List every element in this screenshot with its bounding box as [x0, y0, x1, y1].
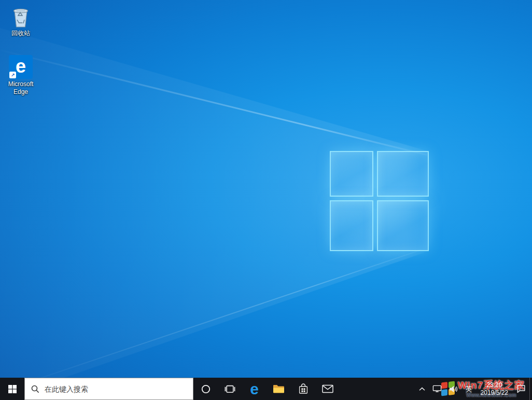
windows-logo-pane — [330, 151, 373, 197]
folder-icon — [273, 384, 285, 394]
taskbar-mail-button[interactable] — [315, 378, 340, 400]
clock-date: 2019/5/22 — [481, 389, 508, 397]
taskbar-task-view-button[interactable] — [218, 378, 242, 400]
taskbar-edge-button[interactable]: e — [242, 378, 267, 400]
task-view-icon — [225, 384, 235, 394]
edge-desktop-icon: e ↗ — [9, 55, 33, 79]
taskbar-cortana-button[interactable] — [193, 378, 218, 400]
tray-clock[interactable]: 23:20 2019/5/22 — [476, 378, 513, 400]
cortana-circle-icon — [201, 384, 211, 394]
chevron-up-icon — [419, 387, 425, 391]
recycle-bin-icon — [9, 4, 32, 28]
action-center-icon — [516, 384, 526, 393]
volume-icon — [449, 385, 458, 393]
taskbar-search[interactable] — [24, 378, 193, 400]
ime-indicator[interactable]: 英 — [462, 378, 476, 400]
shortcut-arrow-icon: ↗ — [9, 72, 16, 78]
windows-logo-pane — [330, 200, 373, 251]
edge-icon: e — [250, 381, 259, 397]
taskbar-store-button[interactable] — [291, 378, 315, 400]
desktop-icon-microsoft-edge[interactable]: e ↗ Microsoft Edge — [1, 55, 40, 96]
desktop-icon-recycle-bin[interactable]: 回收站 — [1, 4, 40, 37]
light-ray-lower — [0, 250, 422, 394]
light-ray-upper — [0, 48, 427, 156]
light-beam-fan — [0, 0, 532, 400]
clock-time: 23:20 — [486, 381, 502, 389]
start-button[interactable] — [0, 378, 24, 400]
edge-letter: e — [16, 57, 26, 76]
taskbar: e — [0, 378, 532, 400]
desktop-icon-label: 回收站 — [11, 30, 30, 37]
store-bag-icon — [298, 383, 309, 394]
action-center-button[interactable] — [513, 378, 529, 400]
network-icon — [432, 385, 442, 393]
start-windows-icon — [8, 385, 17, 393]
windows-logo-pane — [377, 151, 429, 197]
tray-volume-button[interactable] — [445, 378, 462, 400]
windows-logo-pane — [377, 200, 429, 251]
search-input[interactable] — [45, 385, 187, 393]
desktop-icon-column: 回收站 e ↗ Microsoft Edge — [1, 4, 40, 96]
taskbar-file-explorer-button[interactable] — [267, 378, 291, 400]
desktop: 回收站 e ↗ Microsoft Edge — [0, 0, 532, 400]
mail-envelope-icon — [322, 384, 333, 393]
show-desktop-button[interactable] — [529, 378, 532, 400]
tray-chevron-button[interactable] — [415, 378, 429, 400]
tray-network-button[interactable] — [429, 378, 445, 400]
search-icon — [31, 385, 39, 393]
desktop-icon-label: Microsoft Edge — [1, 80, 40, 96]
windows-logo — [330, 151, 429, 251]
system-tray: 英 23:20 2019/5/22 — [415, 378, 532, 400]
